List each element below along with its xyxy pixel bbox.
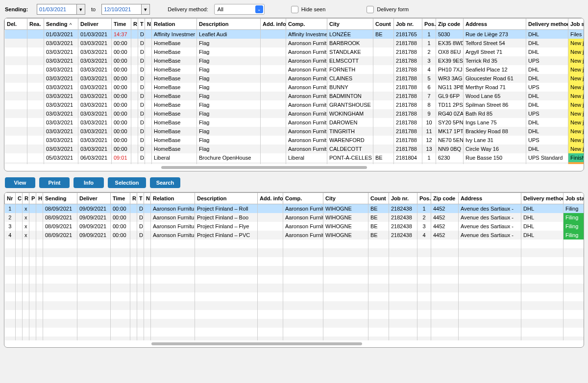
checkbox-icon[interactable]: [367, 6, 374, 13]
column-header[interactable]: Address: [464, 19, 526, 30]
column-header[interactable]: Job status: [568, 19, 584, 30]
column-header[interactable]: H: [36, 193, 43, 204]
scroll-thumb[interactable]: [151, 342, 362, 345]
column-header[interactable]: Sending^: [44, 19, 78, 30]
chevron-down-icon[interactable]: ▾: [141, 4, 149, 14]
chevron-down-icon[interactable]: ▾: [76, 4, 85, 14]
table-row[interactable]: 03/03/202103/03/2021 00:00 D HomeBaseFla…: [5, 65, 584, 74]
table-row[interactable]: [5, 310, 584, 319]
info-button[interactable]: Info: [74, 177, 104, 188]
column-header[interactable]: Pos.: [417, 193, 431, 204]
date-to-input[interactable]: [102, 4, 141, 14]
column-header[interactable]: R: [131, 19, 138, 30]
column-header[interactable]: Job nr.: [389, 193, 417, 204]
column-header[interactable]: Deliver: [78, 19, 112, 30]
table-row[interactable]: 03/03/202103/03/2021 00:00 D HomeBaseFla…: [5, 39, 584, 48]
table-row[interactable]: [5, 248, 584, 257]
table-row[interactable]: 1x 08/09/202109/09/202100:00 D Aaronson …: [5, 204, 584, 214]
table-row[interactable]: 01/03/202101/03/2021 14:37 D Affinity In…: [5, 30, 584, 39]
column-header[interactable]: Comp.: [283, 193, 323, 204]
date-from-input[interactable]: [37, 4, 76, 14]
horizontal-scrollbar[interactable]: [4, 164, 584, 171]
column-header[interactable]: Zip code: [431, 193, 459, 204]
table-row[interactable]: [5, 319, 584, 328]
table-row[interactable]: [5, 301, 584, 310]
checkbox-icon[interactable]: [291, 6, 298, 13]
table-row[interactable]: 03/03/202103/03/2021 00:00 D HomeBaseFla…: [5, 109, 584, 118]
sending-grid[interactable]: Del.Rea.Sending^DeliverTimeRTNRelationDe…: [4, 18, 584, 164]
column-header[interactable]: Pos.: [422, 19, 436, 30]
table-row[interactable]: 03/03/202103/03/2021 00:00 D HomeBaseFla…: [5, 144, 584, 153]
column-header[interactable]: City: [327, 19, 373, 30]
table-row[interactable]: 03/03/202103/03/2021 00:00 D HomeBaseFla…: [5, 48, 584, 56]
table-row[interactable]: [5, 239, 584, 248]
table-row[interactable]: 03/03/202103/03/2021 00:00 D HomeBaseFla…: [5, 74, 584, 83]
table-row[interactable]: 03/03/202103/03/2021 00:00 D HomeBaseFla…: [5, 83, 584, 92]
column-header[interactable]: T: [138, 19, 145, 30]
column-header[interactable]: C: [16, 193, 23, 204]
table-row[interactable]: [5, 292, 584, 301]
table-row[interactable]: 03/03/202103/03/2021 00:00 D HomeBaseFla…: [5, 127, 584, 136]
table-row[interactable]: 03/03/202103/03/2021 00:00 D HomeBaseFla…: [5, 56, 584, 65]
table-row[interactable]: [5, 275, 584, 284]
view-button[interactable]: View: [5, 177, 35, 188]
column-header[interactable]: R: [130, 193, 137, 204]
chevron-down-icon[interactable]: ⌄: [255, 5, 263, 13]
delivery-form-checkbox[interactable]: Delivery form: [367, 6, 409, 13]
column-header[interactable]: Job nr.: [394, 19, 422, 30]
column-header[interactable]: Relation: [152, 19, 197, 30]
delivery-method-select[interactable]: All ⌄: [214, 4, 265, 15]
table-row[interactable]: 03/03/202103/03/2021 00:00 D HomeBaseFla…: [5, 136, 584, 144]
search-button[interactable]: Search: [150, 177, 180, 188]
table-row[interactable]: 03/03/202103/03/2021 00:00 D HomeBaseFla…: [5, 118, 584, 127]
column-header[interactable]: Relation: [151, 193, 195, 204]
column-header[interactable]: Job status: [564, 193, 584, 204]
column-header[interactable]: P: [29, 193, 36, 204]
table-row[interactable]: 03/03/202103/03/2021 00:00 D HomeBaseFla…: [5, 100, 584, 109]
table-row[interactable]: 05/03/202106/03/2021 09:01 D LiberalBroc…: [5, 153, 584, 162]
column-header[interactable]: Count: [373, 19, 394, 30]
column-header[interactable]: Comp.: [286, 19, 327, 30]
column-header[interactable]: Rea.: [27, 19, 44, 30]
column-header[interactable]: Zip code: [436, 19, 464, 30]
table-row[interactable]: 03/03/202103/03/2021 00:00 D HomeBaseFla…: [5, 92, 584, 100]
selection-button[interactable]: Selection: [108, 177, 146, 188]
column-header[interactable]: Add. info: [261, 19, 286, 30]
column-header[interactable]: Delivery method: [526, 19, 568, 30]
column-header[interactable]: Delivery method: [521, 193, 564, 204]
table-row[interactable]: [5, 336, 584, 340]
column-header[interactable]: T: [137, 193, 144, 204]
hide-seen-label: Hide seen: [301, 6, 326, 12]
column-header[interactable]: N: [144, 193, 151, 204]
column-header[interactable]: Address: [459, 193, 521, 204]
horizontal-scrollbar[interactable]: [4, 340, 584, 348]
table-row[interactable]: 11/03/202111/03/2021 09:00 D HomeBaseBan…: [5, 162, 584, 164]
action-bar: View Print Info Selection Search: [0, 174, 588, 192]
hide-seen-checkbox[interactable]: Hide seen: [291, 6, 326, 13]
column-header[interactable]: Add. info: [258, 193, 283, 204]
table-row[interactable]: 4x 08/09/202109/09/202100:00 D Aaronson …: [5, 231, 584, 239]
table-row[interactable]: [5, 266, 584, 275]
table-row[interactable]: [5, 257, 584, 266]
scroll-thumb[interactable]: [161, 166, 367, 169]
column-header[interactable]: Sending: [43, 193, 77, 204]
column-header[interactable]: Description: [197, 19, 261, 30]
print-button[interactable]: Print: [39, 177, 70, 188]
date-to-combo[interactable]: ▾: [101, 4, 150, 15]
table-row[interactable]: [5, 328, 584, 336]
table-row[interactable]: 3x 08/09/202109/09/202100:00 D Aaronson …: [5, 222, 584, 231]
date-from-combo[interactable]: ▾: [37, 4, 85, 15]
column-header[interactable]: Count: [368, 193, 389, 204]
column-header[interactable]: N: [145, 19, 152, 30]
table-row[interactable]: 2x 08/09/202109/09/202100:00 D Aaronson …: [5, 213, 584, 222]
column-header[interactable]: R: [23, 193, 29, 204]
detail-grid[interactable]: NrCRPHSendingDeliverTimeRTNRelationDescr…: [4, 192, 584, 340]
column-header[interactable]: Description: [195, 193, 258, 204]
table-row[interactable]: [5, 284, 584, 292]
column-header[interactable]: Time: [112, 19, 131, 30]
column-header[interactable]: Nr: [5, 193, 16, 204]
column-header[interactable]: City: [323, 193, 368, 204]
column-header[interactable]: Deliver: [77, 193, 111, 204]
column-header[interactable]: Del.: [5, 19, 27, 30]
column-header[interactable]: Time: [111, 193, 130, 204]
